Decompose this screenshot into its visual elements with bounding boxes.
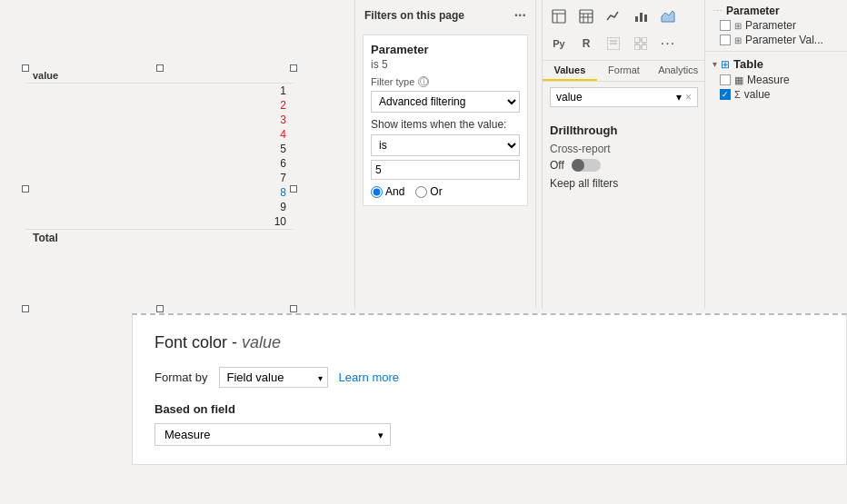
- filter-or-label: Or: [430, 185, 442, 198]
- font-color-dialog: Font color - value Format by Field value…: [132, 313, 847, 465]
- viz-field-chevron[interactable]: ▾: [676, 91, 682, 104]
- based-on-select-wrapper[interactable]: Measure ▾: [154, 423, 391, 446]
- resize-handle-bl[interactable]: [22, 305, 29, 312]
- filters-header: Filters on this page ···: [355, 0, 535, 31]
- format-by-select[interactable]: Field value: [219, 367, 328, 388]
- filter-condition-select[interactable]: is: [371, 134, 520, 156]
- format-by-row: Format by Field value ▾ Learn more: [154, 367, 824, 388]
- font-color-title-field: value: [242, 333, 281, 351]
- viz-field-area: value ▾ ×: [543, 82, 705, 118]
- table-section-header[interactable]: ▾ ⊞ Table: [705, 55, 847, 73]
- viz-icon-py[interactable]: Py: [546, 31, 572, 56]
- svg-rect-10: [644, 15, 647, 22]
- field-table-icon-parameter-val: ⊞: [734, 35, 742, 45]
- svg-rect-18: [642, 44, 647, 50]
- resize-handle-tl[interactable]: [22, 64, 29, 72]
- param-section-header: ⋯ Parameter: [705, 4, 847, 18]
- table-cell: 3: [25, 113, 294, 127]
- table-cell: 1: [25, 84, 294, 99]
- viz-icon-ellipsis[interactable]: ···: [655, 31, 681, 56]
- filters-more-icon[interactable]: ···: [514, 7, 526, 24]
- main-container: ▽ ⊡ ··· value 12345678910 Total: [0, 0, 847, 504]
- table-cell: 10: [25, 214, 294, 230]
- viz-tabs: Values Format Analytics: [543, 61, 705, 82]
- filter-radio-or-input[interactable]: [415, 186, 427, 198]
- field-item-value[interactable]: ✓ Σ value: [705, 87, 847, 102]
- resize-handle-br[interactable]: [290, 305, 297, 312]
- filter-condition-select-wrapper[interactable]: is: [371, 134, 520, 160]
- filter-type-select-wrapper[interactable]: Advanced filtering: [371, 91, 520, 118]
- viz-field-remove[interactable]: ×: [685, 91, 692, 104]
- viz-icon-more2[interactable]: [628, 31, 653, 56]
- learn-more-link[interactable]: Learn more: [339, 371, 399, 384]
- toggle-container: Off: [550, 159, 698, 172]
- table-section-title: Table: [733, 57, 763, 71]
- format-by-label: Format by: [154, 371, 208, 384]
- svg-rect-0: [553, 10, 565, 23]
- viz-icon-line[interactable]: [601, 4, 626, 29]
- filter-value-input[interactable]: [371, 160, 520, 180]
- filter-and-label: And: [385, 185, 404, 198]
- svg-rect-8: [635, 16, 638, 22]
- resize-handle-mr[interactable]: [290, 185, 297, 193]
- tab-values[interactable]: Values: [543, 61, 597, 81]
- field-measure-icon: ▦: [734, 74, 743, 86]
- viz-icon-bar[interactable]: [628, 4, 653, 29]
- based-on-label: Based on field: [154, 402, 824, 416]
- filters-panel: Filters on this page ··· Parameter is 5 …: [354, 0, 536, 309]
- param-ellipsis-icon: ⋯: [712, 5, 722, 17]
- font-color-title: Font color - value: [154, 333, 824, 352]
- filter-show-label: Show items when the value:: [371, 118, 520, 131]
- table-icon: ⊞: [721, 58, 730, 71]
- filter-type-select[interactable]: Advanced filtering: [371, 91, 520, 113]
- filter-type-info-icon[interactable]: ⓘ: [418, 76, 429, 87]
- right-panel: ⋯ Parameter ⊞ Parameter ⊞ Parameter Val.…: [704, 0, 847, 309]
- based-on-select[interactable]: Measure: [154, 423, 391, 446]
- resize-handle-tr[interactable]: [290, 64, 297, 72]
- resize-handle-tm[interactable]: [156, 64, 164, 72]
- field-checkbox-measure[interactable]: [720, 74, 731, 85]
- cross-report-label: Cross-report: [550, 143, 698, 155]
- table-cell: 7: [25, 171, 294, 185]
- field-table-icon-parameter: ⊞: [734, 21, 742, 31]
- viz-field-value[interactable]: value ▾ ×: [550, 87, 698, 107]
- check-mark: ✓: [722, 90, 729, 99]
- keep-all-filters: Keep all filters: [550, 177, 698, 190]
- param-section-title: Parameter: [726, 5, 780, 17]
- viz-toolbar-icons: Py R ···: [543, 0, 705, 61]
- table-cell: 9: [25, 200, 294, 214]
- drillthrough-section: Drillthrough Cross-report Off Keep all f…: [543, 118, 705, 195]
- viz-icon-area[interactable]: [655, 4, 681, 29]
- table-cell: 2: [25, 98, 294, 113]
- toggle-switch[interactable]: [572, 159, 601, 172]
- total-row: Total: [25, 230, 294, 247]
- field-item-parameter-val[interactable]: ⊞ Parameter Val...: [705, 33, 847, 47]
- filter-card-parameter: Parameter is 5 Filter type ⓘ Advanced fi…: [363, 35, 528, 206]
- field-checkbox-value[interactable]: ✓: [720, 89, 731, 100]
- filter-radio-or[interactable]: Or: [415, 185, 442, 198]
- field-checkbox-parameter[interactable]: [720, 20, 731, 31]
- format-by-select-wrapper[interactable]: Field value ▾: [219, 367, 328, 388]
- table-cell: 5: [25, 142, 294, 156]
- viz-icon-table[interactable]: [546, 4, 572, 29]
- table-cell: 4: [25, 127, 294, 142]
- filter-card-name: Parameter: [371, 43, 520, 56]
- filter-radio-and[interactable]: And: [371, 185, 404, 198]
- svg-rect-3: [580, 10, 593, 23]
- resize-handle-ml[interactable]: [22, 185, 29, 193]
- drillthrough-title: Drillthrough: [550, 124, 698, 137]
- resize-handle-bm[interactable]: [156, 305, 164, 312]
- field-checkbox-parameter-val[interactable]: [720, 35, 731, 45]
- filters-title: Filters on this page: [364, 9, 464, 22]
- viz-icon-more1[interactable]: [601, 31, 626, 56]
- viz-icon-matrix[interactable]: [573, 4, 599, 29]
- svg-rect-17: [634, 44, 640, 50]
- field-sigma-icon: Σ: [734, 89, 741, 100]
- filter-radio-group: And Or: [371, 185, 520, 198]
- tab-format[interactable]: Format: [597, 61, 652, 81]
- viz-icon-r[interactable]: R: [573, 31, 599, 56]
- tab-analytics[interactable]: Analytics: [651, 61, 705, 81]
- field-item-measure[interactable]: ▦ Measure: [705, 73, 847, 87]
- filter-radio-and-input[interactable]: [371, 186, 383, 198]
- field-item-parameter[interactable]: ⊞ Parameter: [705, 18, 847, 33]
